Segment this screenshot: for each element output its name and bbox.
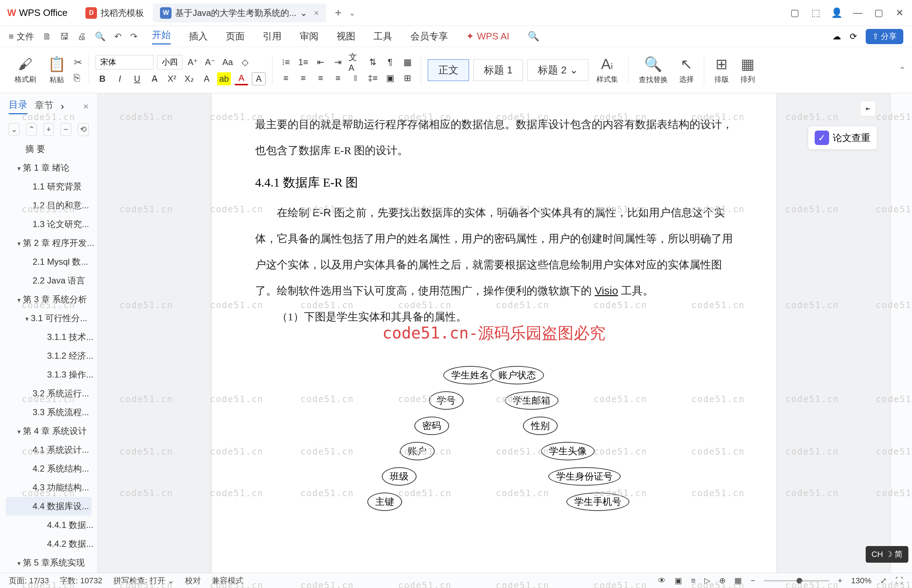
text-direction-icon[interactable]: 文A bbox=[348, 56, 362, 69]
outline-item[interactable]: 4.4.1 数据... bbox=[0, 516, 97, 535]
web-layout-icon[interactable]: ▦ bbox=[734, 576, 742, 585]
outline-item[interactable]: 1.1 研究背景 bbox=[0, 177, 97, 196]
remove-icon[interactable]: − bbox=[60, 123, 71, 136]
style-normal[interactable]: 正文 bbox=[428, 59, 469, 81]
clear-format-icon[interactable]: ◇ bbox=[238, 56, 252, 69]
shading-icon[interactable]: ▦ bbox=[401, 56, 415, 69]
change-case-icon[interactable]: Aa bbox=[221, 56, 235, 69]
bullet-list-icon[interactable]: ⁝≡ bbox=[279, 56, 293, 69]
zoom-level[interactable]: 130% bbox=[851, 576, 872, 585]
increase-font-icon[interactable]: A⁺ bbox=[186, 56, 200, 69]
search-icon[interactable]: 🔍 bbox=[528, 31, 539, 42]
proof-button[interactable]: 校对 bbox=[185, 575, 201, 586]
outline-item[interactable]: 4.4.2 数据... bbox=[0, 535, 97, 553]
paragraph-mark-icon[interactable]: ¶ bbox=[383, 56, 397, 69]
format-brush-button[interactable]: 🖌 格式刷 bbox=[15, 56, 36, 84]
outline-item[interactable]: 1.2 目的和意... bbox=[0, 196, 97, 215]
outline-item[interactable]: 3.1.2 经济... bbox=[0, 346, 97, 365]
outline-item[interactable]: 4.1 系统设计... bbox=[0, 441, 97, 459]
menu-member[interactable]: 会员专享 bbox=[410, 30, 448, 43]
outline-item[interactable]: 第 5 章系统实现 bbox=[0, 553, 97, 572]
number-list-icon[interactable]: 1≡ bbox=[296, 56, 310, 69]
collapse-up-icon[interactable]: ⌃ bbox=[26, 123, 37, 136]
font-color-button[interactable]: A bbox=[235, 72, 248, 86]
indent-icon[interactable]: ⇥ bbox=[331, 56, 345, 69]
tab-document[interactable]: W 基于Java的大学生考勤系统的... ⌄ × bbox=[153, 3, 326, 23]
outline-item[interactable]: 3.2 系统运行... bbox=[0, 384, 97, 403]
align-right-icon[interactable]: ≡ bbox=[314, 72, 327, 85]
italic-button[interactable]: I bbox=[113, 72, 127, 86]
close-icon[interactable]: × bbox=[83, 101, 89, 112]
nav-tab-toc[interactable]: 目录 bbox=[9, 99, 28, 114]
menu-page[interactable]: 页面 bbox=[226, 30, 245, 43]
nav-next-icon[interactable]: › bbox=[61, 101, 64, 112]
menu-reference[interactable]: 引用 bbox=[263, 30, 282, 43]
outline-item[interactable]: 3.1 可行性分... bbox=[0, 309, 97, 328]
outline-item[interactable]: 第 1 章 绪论 bbox=[0, 158, 97, 177]
paste-button[interactable]: 📋 粘贴 bbox=[48, 56, 66, 85]
subscript-button[interactable]: X₂ bbox=[182, 72, 196, 86]
redo-icon[interactable]: ↷ bbox=[130, 31, 138, 42]
compat-mode[interactable]: 兼容模式 bbox=[212, 575, 243, 586]
cloud-icon[interactable]: ☁ bbox=[833, 31, 841, 42]
outline-item[interactable]: 3.3 系统流程... bbox=[0, 403, 97, 422]
tab-templates[interactable]: D 找稻壳模板 bbox=[78, 3, 151, 23]
phonetic-button[interactable]: A bbox=[252, 72, 266, 86]
outline-item[interactable]: 4.4 数据库设... bbox=[6, 497, 92, 516]
font-size-select[interactable]: 小四 bbox=[157, 55, 182, 69]
word-count[interactable]: 字数: 10732 bbox=[60, 575, 102, 586]
outline-item[interactable]: 摘 要 bbox=[0, 140, 97, 158]
print-layout-icon[interactable]: ⊕ bbox=[719, 576, 726, 585]
preview-icon[interactable]: 🔍 bbox=[95, 31, 106, 42]
distribute-icon[interactable]: ⫴ bbox=[348, 72, 362, 85]
highlight-button[interactable]: ab bbox=[217, 72, 231, 86]
style-heading1[interactable]: 标题 1 bbox=[473, 59, 523, 81]
avatar-icon[interactable]: 👤 bbox=[832, 8, 842, 18]
decrease-font-icon[interactable]: A⁻ bbox=[203, 56, 217, 69]
save-icon[interactable]: 🖫 bbox=[60, 31, 69, 42]
align-justify-icon[interactable]: ≡ bbox=[331, 72, 345, 85]
document-area[interactable]: 最主要的目的就是帮助运行程序存储相应的数据信息。数据库设计包含的内容有数据表结构… bbox=[98, 93, 890, 573]
link-icon[interactable]: ⟲ bbox=[78, 123, 89, 136]
outline-item[interactable]: 2.1 Mysql 数... bbox=[0, 252, 97, 271]
print-icon[interactable]: 🖨 bbox=[78, 31, 86, 42]
focus-view-icon[interactable]: ▣ bbox=[675, 576, 682, 585]
dropdown-icon[interactable]: ⌄ bbox=[300, 8, 307, 18]
outline-item[interactable]: 4.2 系统结构... bbox=[0, 459, 97, 478]
arrange-button[interactable]: ⊞ 排版 bbox=[714, 56, 729, 84]
border-icon[interactable]: ▣ bbox=[383, 72, 397, 85]
outline-item[interactable]: 4.3 功能结构... bbox=[0, 478, 97, 497]
box-icon[interactable]: ⬚ bbox=[811, 8, 821, 18]
minimize-icon[interactable]: — bbox=[853, 8, 863, 18]
menu-view[interactable]: 视图 bbox=[337, 30, 355, 43]
font-effect-button[interactable]: A bbox=[200, 72, 214, 86]
zoom-out-icon[interactable]: − bbox=[751, 576, 755, 585]
underline-button[interactable]: U bbox=[130, 72, 144, 86]
outline-item[interactable]: 第 3 章 系统分析 bbox=[0, 290, 97, 309]
close-icon[interactable]: × bbox=[314, 8, 319, 18]
outline-item[interactable]: 2.2 Java 语言 bbox=[0, 271, 97, 290]
menu-tools[interactable]: 工具 bbox=[374, 30, 392, 43]
zoom-slider[interactable] bbox=[764, 580, 829, 582]
spell-check-status[interactable]: 拼写检查: 打开 ⌄ bbox=[113, 575, 174, 586]
collapse-down-icon[interactable]: ⌄ bbox=[9, 123, 19, 136]
file-menu[interactable]: ≡ 文件 bbox=[9, 31, 34, 42]
maximize-icon[interactable]: ▢ bbox=[874, 8, 884, 18]
close-window-icon[interactable]: ✕ bbox=[895, 8, 905, 18]
bold-button[interactable]: B bbox=[96, 72, 109, 86]
fullscreen-icon[interactable]: ⛶ bbox=[895, 576, 903, 585]
menu-review[interactable]: 审阅 bbox=[300, 30, 319, 43]
outline-view-icon[interactable]: ≡ bbox=[691, 576, 696, 585]
nav-tab-chapters[interactable]: 章节 bbox=[35, 99, 53, 114]
paper-check-button[interactable]: ✓ 论文查重 bbox=[808, 126, 877, 150]
add-icon[interactable]: + bbox=[44, 123, 54, 136]
find-replace-button[interactable]: 🔍 查找替换 bbox=[639, 56, 668, 85]
cut-icon[interactable]: ✂ bbox=[74, 57, 82, 68]
reading-view-icon[interactable]: ▷ bbox=[704, 576, 710, 585]
menu-home[interactable]: 开始 bbox=[152, 29, 171, 44]
fit-icon[interactable]: ⤢ bbox=[880, 576, 887, 585]
zoom-in-icon[interactable]: + bbox=[838, 576, 842, 585]
menu-insert[interactable]: 插入 bbox=[189, 30, 208, 43]
select-button[interactable]: ↖ 选择 bbox=[679, 56, 694, 84]
style-set-button[interactable]: Aᵢ 样式集 bbox=[596, 56, 618, 84]
